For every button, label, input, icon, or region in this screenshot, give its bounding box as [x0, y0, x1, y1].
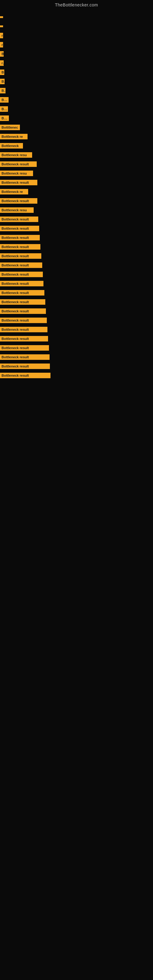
bar-label: r [0, 60, 4, 66]
bar-label: Bottleneck result [0, 327, 48, 332]
bar-label: Bottleneck result [0, 244, 40, 250]
bar-row: Bottleneck result [0, 261, 153, 269]
bar-label [0, 25, 3, 27]
bar-label: Bottleneck result [0, 262, 42, 268]
bar-label: r [0, 42, 3, 48]
bar-label: Bottleneck result [0, 373, 51, 378]
bar-label: Bottleneck result [0, 364, 50, 369]
bar-row: Bottleneck result [0, 243, 153, 251]
bar-row: Bottleneck result [0, 224, 153, 233]
bar-row: Bott [0, 114, 153, 123]
bar-label [0, 16, 3, 18]
bar-label: Bottleneck result [0, 216, 38, 222]
bar-row: Bottleneck result [0, 334, 153, 343]
bar-row: B [0, 68, 153, 76]
bar-row: B [0, 77, 153, 86]
bar-label: Bottleneck [0, 143, 23, 148]
bar-row: Bottleneck result [0, 270, 153, 279]
bar-label: Bot [0, 106, 8, 112]
bar-row: Botttlenec [0, 123, 153, 132]
bar-label: B [0, 70, 4, 75]
bar-row [0, 22, 153, 30]
bar-row: Bottleneck result [0, 362, 153, 371]
bar-row: Bottleneck result [0, 307, 153, 315]
bar-row: Bottleneck resu [0, 169, 153, 178]
bar-label: Bottleneck re [0, 189, 28, 194]
bar-label: Bottleneck result [0, 253, 41, 259]
bar-label: Bottleneck resu [0, 152, 32, 158]
bar-label: Bottleneck re [0, 134, 27, 139]
bar-label: Bott [0, 115, 9, 121]
bars-container: rrBrBBBoBottBotBottBotttlenecBottleneck … [0, 10, 153, 383]
bar-row: Bottleneck result [0, 252, 153, 260]
bar-row: Bot [0, 105, 153, 113]
bar-row: Bottleneck [0, 142, 153, 150]
bar-row: Bottleneck result [0, 371, 153, 380]
bar-label: Bottleneck result [0, 318, 47, 323]
bar-row: Bottleneck re [0, 188, 153, 196]
bar-row: Bottleneck re [0, 132, 153, 141]
bar-label: Bottleneck result [0, 309, 46, 314]
bar-label: B [0, 51, 4, 57]
bar-row: r [0, 40, 153, 49]
bar-row: Bottleneck result [0, 197, 153, 205]
bar-label: Bottleneck result [0, 198, 37, 204]
bar-label: Bottleneck resu [0, 207, 33, 213]
bar-row: Bottleneck result [0, 178, 153, 187]
bar-label: Bottleneck resu [0, 170, 33, 176]
bar-label: Bottleneck result [0, 235, 40, 240]
bar-row: Bo [0, 86, 153, 95]
bar-label: Bottleneck result [0, 161, 37, 167]
bar-row [0, 13, 153, 21]
bar-label: Bottleneck result [0, 281, 43, 286]
bar-label: Bottleneck result [0, 336, 48, 342]
bar-label: B [0, 79, 5, 84]
bar-row: Bottleneck result [0, 215, 153, 224]
bar-label: Bo [0, 88, 5, 94]
bar-row: Bottleneck result [0, 325, 153, 334]
bar-row: Bottleneck result [0, 233, 153, 242]
bar-row: r [0, 31, 153, 40]
bar-row: Bottleneck result [0, 279, 153, 288]
bar-row: r [0, 59, 153, 67]
site-title: TheBottlenecker.com [0, 0, 153, 10]
bar-row: Bottleneck result [0, 298, 153, 306]
bar-row: B [0, 49, 153, 58]
bar-label: Bottleneck result [0, 226, 39, 231]
bar-row: Bottleneck result [0, 316, 153, 325]
bar-label: Bottleneck result [0, 354, 49, 360]
bar-row: Bottleneck result [0, 353, 153, 361]
bar-label: Bottleneck result [0, 180, 37, 185]
bar-label: r [0, 33, 3, 38]
bar-label: Bottleneck result [0, 272, 43, 277]
bar-row: Bottleneck result [0, 160, 153, 169]
bar-row: Bottleneck result [0, 288, 153, 297]
bar-row: Bott [0, 95, 153, 104]
bar-row: Bottleneck resu [0, 206, 153, 215]
bar-label: Bottleneck result [0, 345, 49, 351]
bar-row: Bottleneck resu [0, 151, 153, 159]
bar-row: Bottleneck result [0, 344, 153, 352]
bar-label: Bottleneck result [0, 299, 45, 305]
bar-label: Bott [0, 97, 9, 103]
bar-label: Bottleneck result [0, 290, 45, 296]
bar-label: Botttlenec [0, 125, 20, 130]
